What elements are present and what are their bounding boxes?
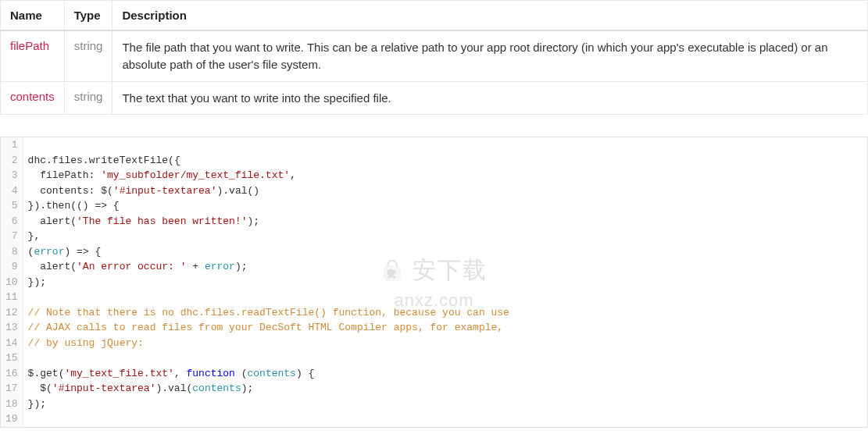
line-content: $.get('my_text_file.txt', function (cont… bbox=[23, 366, 867, 382]
code-line: 14// by using jQuery: bbox=[1, 336, 867, 351]
col-header-description: Description bbox=[113, 1, 868, 31]
param-name: filePath bbox=[1, 30, 65, 81]
code-line: 19 bbox=[1, 411, 867, 427]
line-number: 15 bbox=[1, 350, 23, 366]
code-line: 16$.get('my_text_file.txt', function (co… bbox=[1, 366, 867, 382]
line-content: }, bbox=[23, 229, 867, 244]
code-line: 10}); bbox=[1, 275, 867, 290]
line-number: 5 bbox=[1, 198, 23, 214]
line-number: 2 bbox=[1, 153, 23, 169]
table-row: contents string The text that you want t… bbox=[1, 81, 868, 115]
line-content: filePath: 'my_subfolder/my_text_file.txt… bbox=[23, 168, 867, 183]
line-number: 4 bbox=[1, 183, 23, 199]
code-line: 12// Note that there is no dhc.files.rea… bbox=[1, 305, 867, 321]
param-description: The text that you want to write into the… bbox=[113, 81, 868, 115]
code-block: 安 安下载 anxz.com 1 2dhc.files.writeTextFil… bbox=[0, 137, 868, 428]
line-number: 8 bbox=[1, 244, 23, 260]
code-line: 5}).then(() => { bbox=[1, 198, 867, 214]
line-number: 1 bbox=[1, 137, 23, 153]
line-content: contents: $('#input-textarea').val() bbox=[23, 183, 867, 199]
code-line: 9 alert('An error occur: ' + error); bbox=[1, 259, 867, 275]
line-number: 11 bbox=[1, 290, 23, 305]
code-line: 11 bbox=[1, 290, 867, 305]
code-line: 15 bbox=[1, 350, 867, 366]
line-content: dhc.files.writeTextFile({ bbox=[23, 153, 867, 169]
line-content bbox=[23, 350, 867, 366]
line-content: }); bbox=[23, 397, 867, 412]
code-line: 8(error) => { bbox=[1, 244, 867, 260]
code-line: 18}); bbox=[1, 397, 867, 412]
line-number: 9 bbox=[1, 259, 23, 275]
col-header-type: Type bbox=[64, 1, 113, 31]
line-content: alert('An error occur: ' + error); bbox=[23, 259, 867, 275]
table-row: filePath string The file path that you w… bbox=[1, 30, 868, 81]
line-content: $('#input-textarea').val(contents); bbox=[23, 381, 867, 397]
line-number: 12 bbox=[1, 305, 23, 321]
param-description: The file path that you want to write. Th… bbox=[113, 30, 868, 81]
line-content: // Note that there is no dhc.files.readT… bbox=[23, 305, 867, 321]
table-header-row: Name Type Description bbox=[1, 1, 868, 31]
code-line: 1 bbox=[1, 137, 867, 153]
line-number: 18 bbox=[1, 397, 23, 412]
line-content bbox=[23, 137, 867, 153]
line-content bbox=[23, 411, 867, 427]
line-content: // by using jQuery: bbox=[23, 336, 867, 351]
code-line: 2dhc.files.writeTextFile({ bbox=[1, 153, 867, 169]
code-line: 6 alert('The file has been written!'); bbox=[1, 214, 867, 229]
line-number: 13 bbox=[1, 320, 23, 336]
code-line: 4 contents: $('#input-textarea').val() bbox=[1, 183, 867, 199]
code-line: 17 $('#input-textarea').val(contents); bbox=[1, 381, 867, 397]
line-number: 16 bbox=[1, 366, 23, 382]
line-content: alert('The file has been written!'); bbox=[23, 214, 867, 229]
line-content: (error) => { bbox=[23, 244, 867, 260]
param-name: contents bbox=[1, 81, 65, 115]
param-type: string bbox=[64, 81, 113, 115]
line-content bbox=[23, 290, 867, 305]
line-number: 3 bbox=[1, 168, 23, 183]
parameters-table: Name Type Description filePath string Th… bbox=[0, 0, 868, 115]
code-line: 3 filePath: 'my_subfolder/my_text_file.t… bbox=[1, 168, 867, 183]
code-lines: 1 2dhc.files.writeTextFile({3 filePath: … bbox=[1, 137, 867, 427]
col-header-name: Name bbox=[1, 1, 65, 31]
line-number: 14 bbox=[1, 336, 23, 351]
code-line: 13// AJAX calls to read files from your … bbox=[1, 320, 867, 336]
param-type: string bbox=[64, 30, 113, 81]
line-content: }).then(() => { bbox=[23, 198, 867, 214]
line-content: // AJAX calls to read files from your De… bbox=[23, 320, 867, 336]
line-number: 10 bbox=[1, 275, 23, 290]
line-number: 19 bbox=[1, 411, 23, 427]
line-number: 6 bbox=[1, 214, 23, 229]
line-content: }); bbox=[23, 275, 867, 290]
line-number: 17 bbox=[1, 381, 23, 397]
code-line: 7}, bbox=[1, 229, 867, 244]
line-number: 7 bbox=[1, 229, 23, 244]
